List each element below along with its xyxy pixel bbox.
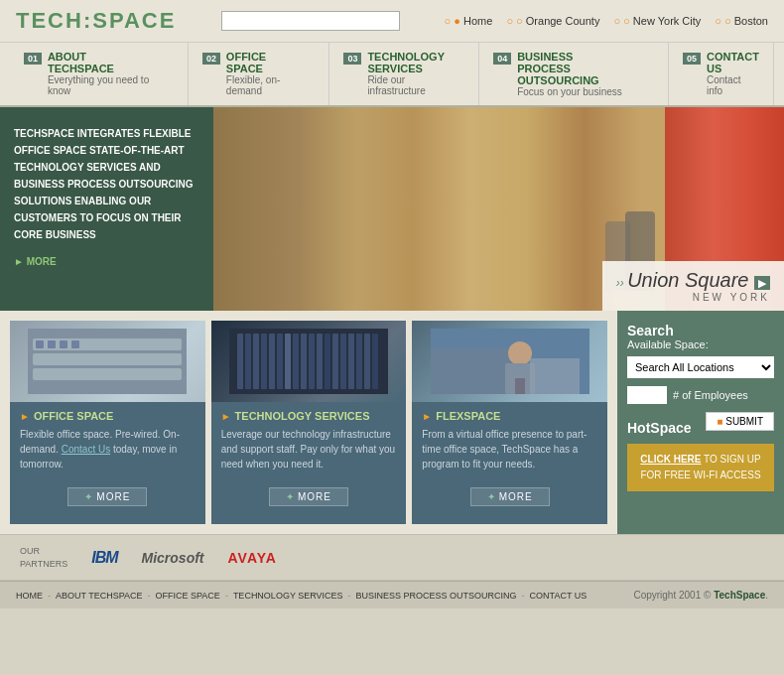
microsoft-logo: Microsoft bbox=[142, 550, 204, 566]
nav-num-4: 04 bbox=[493, 53, 511, 65]
nav-nyc[interactable]: ○ New York City bbox=[613, 15, 701, 27]
card-tech-services: ► Technology Services Leverage our techn… bbox=[211, 321, 407, 524]
nav-menu: 01 AboutTechspace Everything you need to… bbox=[0, 43, 784, 107]
logo-text1: TECH bbox=[16, 8, 83, 33]
nav-label-about: AboutTechspace Everything you need to kn… bbox=[48, 51, 174, 96]
tech-services-text: Leverage our technology infrastructure a… bbox=[221, 427, 397, 472]
tech-more-label: MORE bbox=[298, 491, 331, 502]
ibm-logo: IBM bbox=[91, 549, 117, 567]
employee-row: # of Employees bbox=[627, 386, 774, 404]
flex-more-row: ✦ MORE bbox=[412, 487, 607, 506]
svg-rect-11 bbox=[253, 334, 259, 389]
svg-rect-12 bbox=[261, 334, 267, 389]
footer-copyright: Copyright 2001 © TechSpace. bbox=[633, 590, 768, 601]
tech-arrow-icon: ► bbox=[221, 411, 231, 422]
nav-bpo[interactable]: 04 BusinessProcess Outsourcing Focus on … bbox=[479, 43, 669, 105]
footer-links: HOME - ABOUT TECHSPACE - OFFICE SPACE - … bbox=[16, 591, 587, 601]
logo-sep: : bbox=[83, 8, 92, 33]
search-input-top[interactable] bbox=[221, 11, 400, 31]
hotspace-link[interactable]: CLICK HERE bbox=[640, 454, 701, 465]
svg-rect-18 bbox=[309, 334, 315, 389]
nav-tech[interactable]: 03 TechnologyServices Ride our infrastru… bbox=[329, 43, 479, 105]
office-space-body: ► Office Space Flexible office space. Pr… bbox=[10, 402, 205, 479]
hero-tagline: TECHSPACE INTEGRATES FLEXIBLE OFFICE SPA… bbox=[14, 128, 194, 240]
svg-rect-5 bbox=[48, 340, 56, 348]
nav-office[interactable]: 02 OfficeSpace Flexible, on-demand bbox=[189, 43, 330, 105]
nav-about[interactable]: 01 AboutTechspace Everything you need to… bbox=[10, 43, 189, 105]
svg-rect-3 bbox=[33, 368, 182, 380]
svg-rect-26 bbox=[372, 334, 378, 389]
avaya-logo: AVAYA bbox=[228, 550, 277, 566]
flex-arrow-icon: ► bbox=[422, 411, 432, 422]
svg-point-29 bbox=[508, 341, 532, 365]
svg-rect-15 bbox=[285, 334, 291, 389]
nav-label-office: OfficeSpace Flexible, on-demand bbox=[226, 51, 316, 96]
top-bar: TECH:SPACE ● Home ○ Orange County ○ New … bbox=[0, 0, 784, 43]
location-select[interactable]: Search All Locations New York City Orang… bbox=[627, 356, 774, 378]
search-bar-top bbox=[221, 11, 400, 31]
office-space-title: Office Space bbox=[34, 410, 113, 422]
svg-rect-7 bbox=[71, 340, 79, 348]
hotspace-banner: CLICK HERE TO SIGN UP FOR FREE WI-FI ACC… bbox=[627, 444, 774, 491]
footer-contact[interactable]: CONTACT US bbox=[530, 591, 588, 601]
nav-boston[interactable]: ○ Boston bbox=[715, 15, 768, 27]
footer-office[interactable]: OFFICE SPACE bbox=[156, 591, 220, 601]
search-space-section: Search Available Space: Search All Locat… bbox=[627, 323, 774, 404]
svg-rect-31 bbox=[515, 378, 525, 394]
nav-num-1: 01 bbox=[24, 53, 42, 65]
footer-about[interactable]: ABOUT TECHSPACE bbox=[56, 591, 143, 601]
office-more-label: MORE bbox=[96, 491, 130, 502]
svg-rect-10 bbox=[245, 334, 251, 389]
submit-label: SUBMIT bbox=[725, 416, 763, 427]
flexspace-body: ► FlexSpace From a virtual office presen… bbox=[412, 402, 607, 479]
contact-us-link[interactable]: Contact Us bbox=[62, 444, 110, 455]
footer-home[interactable]: HOME bbox=[16, 591, 43, 601]
footer-tech[interactable]: TECHNOLOGY SERVICES bbox=[233, 591, 343, 601]
nav-num-3: 03 bbox=[343, 53, 361, 65]
tech-services-title-row: ► Technology Services bbox=[221, 410, 397, 422]
nav-label-bpo: BusinessProcess Outsourcing Focus on you… bbox=[517, 51, 654, 97]
nav-home[interactable]: ● Home bbox=[445, 15, 493, 27]
hero-more-link[interactable]: ► More bbox=[14, 253, 199, 270]
office-more-button[interactable]: ✦ MORE bbox=[67, 487, 147, 506]
flexspace-title: FlexSpace bbox=[436, 410, 500, 422]
flexspace-text: From a virtual office presence to part-t… bbox=[422, 427, 597, 472]
partners-section: OURPARTNERS IBM Microsoft AVAYA bbox=[0, 534, 784, 581]
main-content: ► Office Space Flexible office space. Pr… bbox=[0, 311, 784, 534]
svg-rect-14 bbox=[277, 334, 283, 389]
tech-more-row: ✦ MORE bbox=[211, 487, 407, 506]
more-deco-icon1: ✦ bbox=[84, 491, 93, 502]
more-deco-icon3: ✦ bbox=[487, 491, 496, 502]
svg-rect-19 bbox=[317, 334, 323, 389]
submit-button[interactable]: ■ SUBMIT bbox=[706, 412, 774, 431]
cards-section: ► Office Space Flexible office space. Pr… bbox=[0, 311, 617, 534]
nav-orange-county[interactable]: ○ Orange County bbox=[506, 15, 599, 27]
flexspace-image bbox=[412, 321, 607, 402]
logo: TECH:SPACE bbox=[16, 8, 176, 34]
nav-num-2: 02 bbox=[202, 53, 220, 65]
office-space-image bbox=[10, 321, 205, 402]
flex-more-button[interactable]: ✦ MORE bbox=[470, 487, 550, 506]
hero-city: NEW YORK bbox=[616, 292, 770, 303]
svg-rect-25 bbox=[364, 334, 370, 389]
footer-bpo[interactable]: BUSINESS PROCESS OUTSOURCING bbox=[356, 591, 517, 601]
svg-rect-23 bbox=[348, 334, 354, 389]
office-more-row: ✦ MORE bbox=[10, 487, 205, 506]
flexspace-title-row: ► FlexSpace bbox=[422, 410, 597, 422]
submit-bullet-icon: ■ bbox=[717, 416, 722, 427]
svg-rect-28 bbox=[431, 348, 510, 394]
logo-text2: SPACE bbox=[92, 8, 176, 33]
svg-rect-16 bbox=[293, 334, 299, 389]
tech-more-button[interactable]: ✦ MORE bbox=[269, 487, 348, 506]
employee-count-input[interactable] bbox=[627, 386, 667, 404]
card-office-space: ► Office Space Flexible office space. Pr… bbox=[10, 321, 205, 524]
svg-rect-22 bbox=[340, 334, 346, 389]
svg-rect-4 bbox=[36, 340, 44, 348]
tech-services-image bbox=[211, 321, 407, 402]
nav-contact[interactable]: 05 ContactUs Contact info bbox=[669, 43, 774, 105]
sidebar: Search Available Space: Search All Locat… bbox=[617, 311, 784, 534]
location-badge: ›› Union Square ▶ NEW YORK bbox=[602, 261, 784, 311]
hero-text-block: TECHSPACE INTEGRATES FLEXIBLE OFFICE SPA… bbox=[0, 107, 213, 311]
nav-label-contact: ContactUs Contact info bbox=[707, 51, 759, 96]
footer: HOME - ABOUT TECHSPACE - OFFICE SPACE - … bbox=[0, 581, 784, 608]
